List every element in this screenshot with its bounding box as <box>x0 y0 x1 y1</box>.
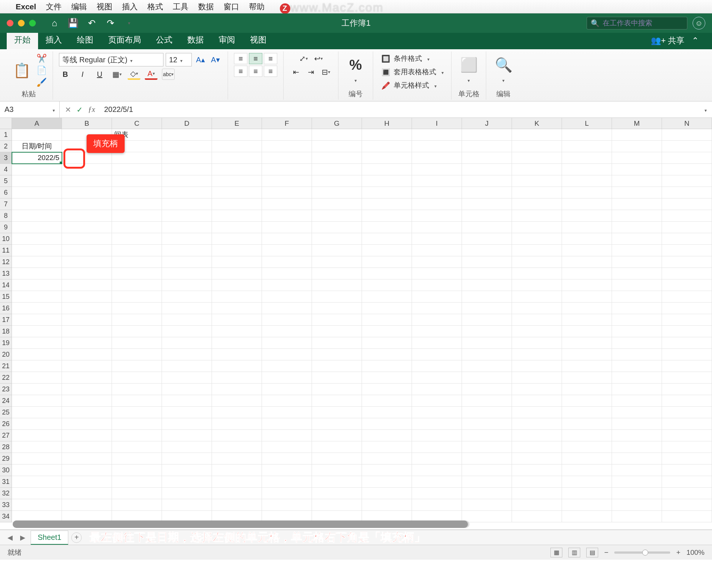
cell-B5[interactable] <box>62 175 112 187</box>
cell-L14[interactable] <box>562 279 612 291</box>
cell-D8[interactable] <box>162 210 212 222</box>
cell-N5[interactable] <box>662 175 712 187</box>
cell-K22[interactable] <box>512 372 562 384</box>
cell-M20[interactable] <box>612 349 662 360</box>
cell-L29[interactable] <box>562 453 612 465</box>
cell-I31[interactable] <box>412 476 462 488</box>
cell-K1[interactable] <box>512 129 562 141</box>
cell-E30[interactable] <box>212 465 262 476</box>
cell-A10[interactable] <box>12 233 62 245</box>
cell-M16[interactable] <box>612 303 662 314</box>
cell-D11[interactable] <box>162 245 212 256</box>
cell-A18[interactable] <box>12 326 62 337</box>
feedback-icon[interactable]: ☺ <box>693 17 705 29</box>
col-header-K[interactable]: K <box>512 118 562 129</box>
cell-N31[interactable] <box>662 476 712 488</box>
cell-A25[interactable] <box>12 407 62 418</box>
cell-D2[interactable] <box>162 141 212 152</box>
cell-M34[interactable] <box>612 511 662 522</box>
cell-B20[interactable] <box>62 349 112 360</box>
cell-A7[interactable] <box>12 198 62 210</box>
row-header-12[interactable]: 12 <box>0 256 12 268</box>
row-header-15[interactable]: 15 <box>0 291 12 303</box>
cell-D26[interactable] <box>162 418 212 430</box>
cell-H16[interactable] <box>362 303 412 314</box>
cell-M30[interactable] <box>612 465 662 476</box>
cell-J28[interactable] <box>462 441 512 453</box>
cell-K5[interactable] <box>512 175 562 187</box>
cell-A14[interactable] <box>12 279 62 291</box>
row-header-6[interactable]: 6 <box>0 187 12 198</box>
cell-L22[interactable] <box>562 372 612 384</box>
cell-H4[interactable] <box>362 164 412 175</box>
cell-H11[interactable] <box>362 245 412 256</box>
cell-J18[interactable] <box>462 326 512 337</box>
cell-G27[interactable] <box>312 430 362 441</box>
menu-format[interactable]: 格式 <box>147 1 163 12</box>
cell-M1[interactable] <box>612 129 662 141</box>
cell-A19[interactable] <box>12 337 62 349</box>
cell-G30[interactable] <box>312 465 362 476</box>
cell-B12[interactable] <box>62 256 112 268</box>
cell-M5[interactable] <box>612 175 662 187</box>
cell-E24[interactable] <box>212 395 262 407</box>
cell-J19[interactable] <box>462 337 512 349</box>
align-top-icon[interactable]: ≡ <box>234 53 247 64</box>
cell-N26[interactable] <box>662 418 712 430</box>
border-button[interactable]: ▦ <box>110 69 123 80</box>
cell-F1[interactable] <box>262 129 312 141</box>
cell-F24[interactable] <box>262 395 312 407</box>
cell-D19[interactable] <box>162 337 212 349</box>
cell-M4[interactable] <box>612 164 662 175</box>
cell-G12[interactable] <box>312 256 362 268</box>
col-header-C[interactable]: C <box>112 118 162 129</box>
cell-H33[interactable] <box>362 499 412 511</box>
cell-I10[interactable] <box>412 233 462 245</box>
cell-H13[interactable] <box>362 268 412 279</box>
cell-F16[interactable] <box>262 303 312 314</box>
cell-C32[interactable] <box>112 488 162 499</box>
cell-J33[interactable] <box>462 499 512 511</box>
cell-G18[interactable] <box>312 326 362 337</box>
cell-D7[interactable] <box>162 198 212 210</box>
tab-data[interactable]: 数据 <box>180 31 211 49</box>
cell-F17[interactable] <box>262 314 312 326</box>
zoom-in-button[interactable]: + <box>676 548 680 557</box>
cell-C5[interactable] <box>112 175 162 187</box>
cell-C24[interactable] <box>112 395 162 407</box>
cell-I1[interactable] <box>412 129 462 141</box>
cell-M24[interactable] <box>612 395 662 407</box>
add-sheet-button[interactable]: + <box>71 532 82 543</box>
cell-A15[interactable] <box>12 291 62 303</box>
cell-C3[interactable] <box>112 152 162 164</box>
cell-C12[interactable] <box>112 256 162 268</box>
cell-A6[interactable] <box>12 187 62 198</box>
cell-C7[interactable] <box>112 198 162 210</box>
cell-I21[interactable] <box>412 360 462 372</box>
cell-D27[interactable] <box>162 430 212 441</box>
cell-N32[interactable] <box>662 488 712 499</box>
cell-L7[interactable] <box>562 198 612 210</box>
row-header-31[interactable]: 31 <box>0 476 12 488</box>
cell-K20[interactable] <box>512 349 562 360</box>
cell-B6[interactable] <box>62 187 112 198</box>
cell-N6[interactable] <box>662 187 712 198</box>
cell-E15[interactable] <box>212 291 262 303</box>
row-header-10[interactable]: 10 <box>0 233 12 245</box>
conditional-format-button[interactable]: 🔲条件格式 <box>381 53 430 64</box>
cell-A20[interactable] <box>12 349 62 360</box>
cell-L13[interactable] <box>562 268 612 279</box>
cell-N10[interactable] <box>662 233 712 245</box>
cell-N13[interactable] <box>662 268 712 279</box>
row-header-18[interactable]: 18 <box>0 326 12 337</box>
cell-K2[interactable] <box>512 141 562 152</box>
cell-G19[interactable] <box>312 337 362 349</box>
cell-B33[interactable] <box>62 499 112 511</box>
cell-F23[interactable] <box>262 384 312 395</box>
cell-N34[interactable] <box>662 511 712 522</box>
cell-M32[interactable] <box>612 488 662 499</box>
cell-N18[interactable] <box>662 326 712 337</box>
cell-D20[interactable] <box>162 349 212 360</box>
page-break-view-icon[interactable]: ▤ <box>586 548 598 557</box>
cell-L3[interactable] <box>562 152 612 164</box>
